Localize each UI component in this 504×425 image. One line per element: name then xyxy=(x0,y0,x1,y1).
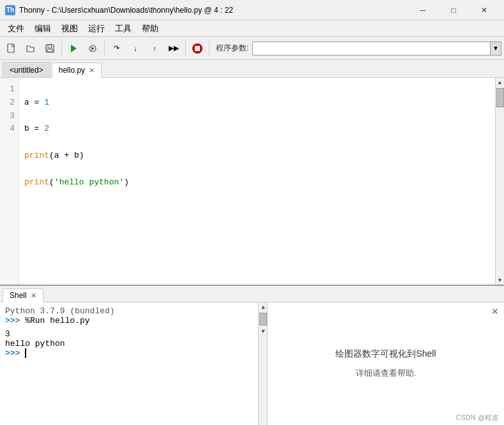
code-line-2: b = 2 xyxy=(24,123,490,136)
shell-input-line: >>> ​ xyxy=(5,348,253,358)
shell-run-line: >>> %Run hello.py xyxy=(5,316,253,325)
tab-hello-py-label: hello.py xyxy=(59,66,85,75)
title-bar: Th Thonny - C:\Users\cxhuan\Downloads\th… xyxy=(0,0,504,20)
shell-tab-bar: Shell ✕ xyxy=(0,286,504,302)
new-file-button[interactable] xyxy=(3,40,20,57)
editor-scrollbar: ▲ ▼ xyxy=(495,78,504,285)
shell-tab-label: Shell xyxy=(10,291,27,300)
separator-1 xyxy=(61,41,62,56)
open-icon xyxy=(26,43,36,54)
shell-output-1: 3 xyxy=(5,329,253,339)
stop-icon xyxy=(192,43,203,54)
shell-scroll-down[interactable]: ▼ xyxy=(259,327,268,336)
line-num-3: 3 xyxy=(0,110,19,123)
minimize-button[interactable]: ─ xyxy=(408,0,438,20)
app-icon: Th xyxy=(5,5,15,15)
line-num-1: 1 xyxy=(0,83,19,96)
editor-tab-bar: <untitled> hello.py ✕ xyxy=(0,60,504,78)
code-line-3: print(a + b) xyxy=(24,149,490,163)
menu-view[interactable]: 视图 xyxy=(56,22,83,36)
program-args-dropdown[interactable]: ▼ xyxy=(491,41,501,56)
menu-bar: 文件 编辑 视图 运行 工具 帮助 xyxy=(0,20,504,37)
program-args-input[interactable] xyxy=(252,41,490,56)
debug-icon xyxy=(88,43,98,54)
line-numbers: 1 2 3 4 xyxy=(0,78,19,285)
code-line-4: print('hello python') xyxy=(24,176,490,190)
shell-output-2: hello python xyxy=(5,339,253,348)
shell-plotter-subtitle: 详细请查看帮助. xyxy=(356,368,416,379)
program-args-wrap: ▼ xyxy=(252,41,501,56)
svg-rect-0 xyxy=(8,44,14,52)
tab-untitled[interactable]: <untitled> xyxy=(3,62,50,77)
shell-content: Python 3.7.9 (bundled) >>> %Run hello.py… xyxy=(0,302,504,425)
program-args-label: 程序参数: xyxy=(216,43,248,54)
shell-scroll-thumb[interactable] xyxy=(259,313,267,325)
resume-button[interactable]: ▶▶ xyxy=(165,40,183,57)
scroll-up-arrow[interactable]: ▲ xyxy=(496,78,505,87)
open-button[interactable] xyxy=(22,40,40,57)
shell-cursor: ​ xyxy=(25,348,26,358)
shell-terminal[interactable]: Python 3.7.9 (bundled) >>> %Run hello.py… xyxy=(0,302,259,425)
shell-tab[interactable]: Shell ✕ xyxy=(3,288,43,302)
toolbar: ↷ ↓ ↑ ▶▶ 程序参数: ▼ xyxy=(0,37,504,60)
shell-plotter-title: 绘图器数字可视化到Shell xyxy=(335,348,436,360)
scroll-thumb[interactable] xyxy=(496,88,504,107)
svg-rect-8 xyxy=(195,46,200,51)
code-line-1: a = 1 xyxy=(24,96,490,110)
svg-marker-6 xyxy=(91,47,95,50)
watermark: CSDN @程皮 xyxy=(456,413,499,422)
line-num-2: 2 xyxy=(0,96,19,110)
shell-tab-close[interactable]: ✕ xyxy=(31,292,36,300)
code-content[interactable]: a = 1 b = 2 print(a + b) print('hello py… xyxy=(19,78,495,285)
shell-scroll-up[interactable]: ▲ xyxy=(259,302,268,311)
tab-untitled-label: <untitled> xyxy=(10,66,43,75)
shell-plotter-close[interactable]: ✕ xyxy=(491,306,499,317)
menu-run[interactable]: 运行 xyxy=(83,22,110,36)
save-button[interactable] xyxy=(41,40,59,57)
step-into-button[interactable]: ↓ xyxy=(126,40,144,57)
tab-hello-py[interactable]: hello.py ✕ xyxy=(52,63,102,78)
tab-hello-py-close[interactable]: ✕ xyxy=(89,66,95,75)
shell-plotter-panel: ✕ 绘图器数字可视化到Shell 详细请查看帮助. xyxy=(268,302,504,425)
separator-2 xyxy=(104,41,105,56)
maximize-button[interactable]: □ xyxy=(439,0,468,20)
save-icon xyxy=(45,43,55,54)
shell-area: Shell ✕ Python 3.7.9 (bundled) >>> %Run … xyxy=(0,285,504,425)
title-bar-text: Thonny - C:\Users\cxhuan\Downloads\thonn… xyxy=(19,6,408,15)
code-editor: 1 2 3 4 a = 1 b = 2 print(a + b) print('… xyxy=(0,78,504,285)
run-button[interactable] xyxy=(65,40,82,57)
step-over-button[interactable]: ↷ xyxy=(107,40,125,57)
menu-tools[interactable]: 工具 xyxy=(110,22,137,36)
window-controls: ─ □ ✕ xyxy=(408,0,499,20)
stop-button[interactable] xyxy=(188,40,206,57)
svg-rect-3 xyxy=(47,49,52,52)
new-file-icon xyxy=(6,43,17,54)
svg-rect-2 xyxy=(48,45,52,48)
menu-edit[interactable]: 编辑 xyxy=(29,22,56,36)
scroll-down-arrow[interactable]: ▼ xyxy=(496,276,505,285)
menu-help[interactable]: 帮助 xyxy=(137,22,164,36)
close-button[interactable]: ✕ xyxy=(470,0,499,20)
shell-prompt-1: >>> xyxy=(5,316,25,325)
run-icon xyxy=(68,43,79,54)
shell-scrollbar: ▲ ▼ xyxy=(259,302,268,425)
menu-file[interactable]: 文件 xyxy=(3,22,29,36)
separator-3 xyxy=(185,41,186,56)
shell-python-version: Python 3.7.9 (bundled) xyxy=(5,306,253,316)
shell-run-command: %Run hello.py xyxy=(25,316,89,325)
line-num-4: 4 xyxy=(0,123,19,136)
step-out-button[interactable]: ↑ xyxy=(146,40,164,57)
debug-button[interactable] xyxy=(84,40,102,57)
shell-prompt-2: >>> xyxy=(5,348,25,358)
separator-4 xyxy=(209,41,210,56)
svg-marker-4 xyxy=(71,45,77,52)
editor-area: <untitled> hello.py ✕ 1 2 3 4 a = 1 b = … xyxy=(0,60,504,285)
